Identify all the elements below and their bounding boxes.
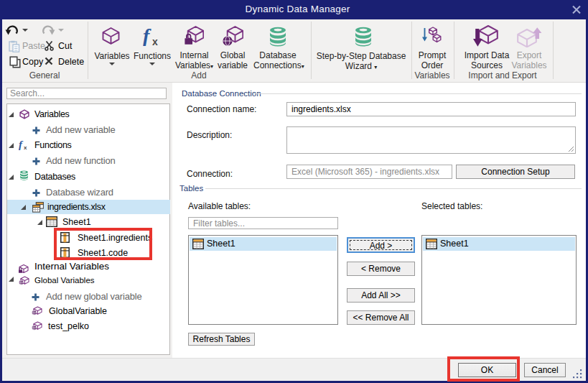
- svg-text:f: f: [19, 139, 24, 150]
- svg-text:x: x: [152, 36, 158, 46]
- svg-text:f: f: [143, 27, 151, 46]
- svg-text:x: x: [24, 144, 27, 150]
